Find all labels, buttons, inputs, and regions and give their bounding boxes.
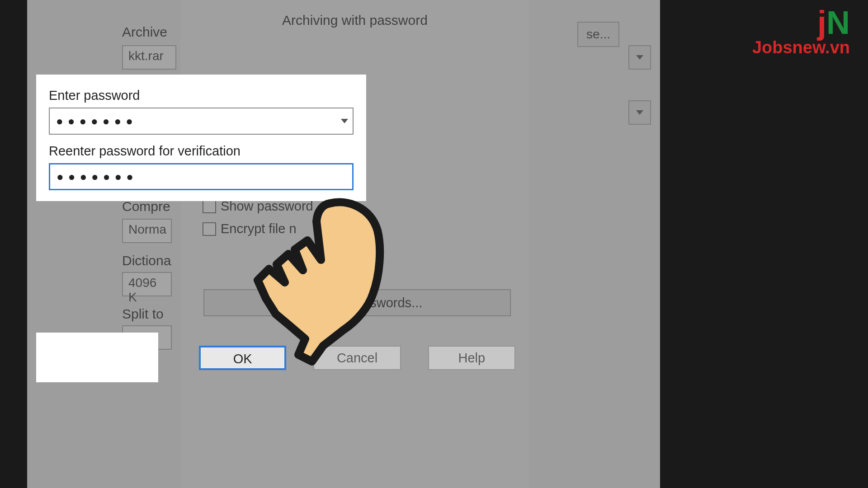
ok-highlight	[36, 333, 158, 382]
enter-password-label: Enter password	[49, 88, 354, 103]
logo-icon: jN	[752, 6, 850, 39]
jobsnew-logo: jN Jobsnew.vn	[752, 6, 850, 56]
reenter-password-label: Reenter password for verification	[49, 144, 354, 159]
password-entry-section: Enter password ●●●●●●● Reenter password …	[36, 75, 366, 201]
logo-text: Jobsnew.vn	[752, 39, 850, 56]
chevron-down-icon[interactable]	[341, 119, 348, 123]
enter-password-input[interactable]: ●●●●●●●	[49, 108, 354, 135]
help-button[interactable]: Help	[428, 346, 515, 370]
reenter-password-input[interactable]: ●●●●●●●	[49, 163, 354, 190]
pointing-hand-icon	[244, 194, 389, 366]
